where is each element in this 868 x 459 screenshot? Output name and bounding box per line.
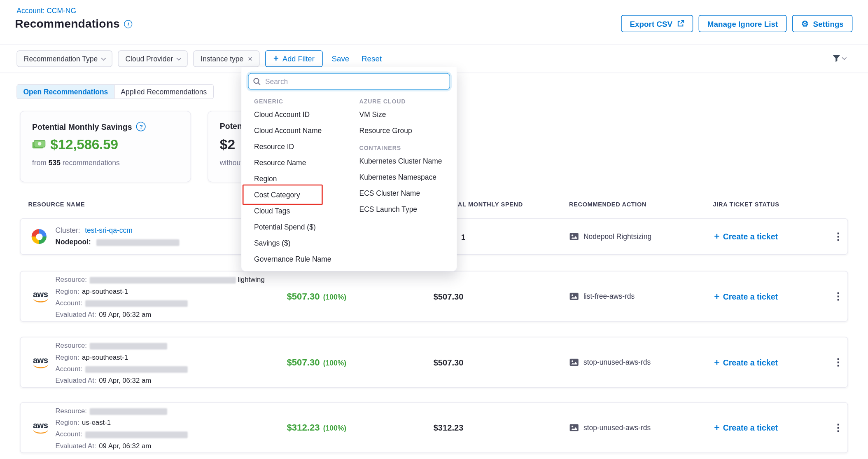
- redacted-value: [85, 431, 188, 438]
- row-menu-icon[interactable]: ⋮: [833, 423, 843, 433]
- recommended-action-label: Nodepool Rightsizing: [583, 232, 651, 241]
- gcp-provider-icon: [32, 229, 47, 244]
- account-label: Account:: [55, 299, 82, 307]
- column-header-recommended-action: RECOMMENDED ACTION: [569, 201, 646, 208]
- table-row[interactable]: aws Resource: Region:us-east-1 Account: …: [20, 402, 848, 453]
- export-csv-label: Export CSV: [630, 19, 673, 28]
- add-filter-label: Add Filter: [282, 54, 315, 63]
- nodepool-label: Nodepool:: [55, 238, 91, 246]
- filter-option-kubernetes-namespace[interactable]: Kubernetes Namespace: [355, 169, 448, 185]
- account-breadcrumb[interactable]: Account: CCM-NG: [16, 7, 76, 15]
- header-actions: Export CSV Manage Ignore List ⚙ Settings: [621, 15, 852, 32]
- row-menu-icon[interactable]: ⋮: [833, 291, 843, 301]
- recommended-action-label: stop-unused-aws-rds: [583, 424, 651, 432]
- filter-option-governance-rule-name[interactable]: Governance Rule Name: [250, 251, 355, 267]
- spend-card-title-fragment: Poten: [220, 122, 242, 131]
- search-icon: [253, 77, 261, 87]
- filter-option-cloud-account-name[interactable]: Cloud Account Name: [250, 122, 355, 138]
- redacted-value: [85, 300, 188, 307]
- filter-option-region[interactable]: Region: [250, 171, 355, 187]
- chevron-down-icon: [177, 56, 181, 60]
- close-icon[interactable]: ×: [248, 55, 252, 63]
- plus-icon: +: [714, 292, 719, 301]
- settings-button[interactable]: ⚙ Settings: [792, 15, 852, 32]
- help-icon[interactable]: ?: [136, 122, 146, 131]
- external-link-icon: [677, 20, 684, 27]
- region-value: ap-southeast-1: [82, 288, 128, 295]
- create-ticket-button[interactable]: + Create a ticket: [714, 292, 778, 301]
- recommendation-icon: [569, 293, 579, 300]
- potential-monthly-savings-card: Potential Monthly Savings ? $12,586.59 f…: [20, 111, 191, 182]
- table-row[interactable]: aws Resource: lightwing Region:ap-southe…: [20, 271, 848, 322]
- filter-search-input[interactable]: [248, 73, 450, 89]
- filter-option-resource-name[interactable]: Resource Name: [250, 155, 355, 171]
- create-ticket-button[interactable]: + Create a ticket: [714, 358, 778, 367]
- resource-label: Resource:: [55, 407, 87, 415]
- chip-label: Cloud Provider: [125, 54, 173, 63]
- funnel-icon: [832, 54, 841, 63]
- header-divider: [0, 44, 868, 45]
- evaluated-label: Evaluated At:: [55, 377, 96, 384]
- info-icon[interactable]: i: [124, 20, 133, 28]
- account-label: Account:: [55, 431, 82, 438]
- row-menu-icon[interactable]: ⋮: [833, 357, 843, 367]
- filter-option-cloud-tags[interactable]: Cloud Tags: [250, 203, 355, 219]
- cluster-name-link[interactable]: test-sri-qa-ccm: [85, 226, 133, 234]
- tab-open-recommendations[interactable]: Open Recommendations: [17, 85, 114, 99]
- evaluated-value: 09 Apr, 06:32 am: [99, 377, 151, 384]
- region-label: Region:: [55, 419, 79, 426]
- filter-option-kubernetes-cluster-name[interactable]: Kubernetes Cluster Name: [355, 153, 448, 169]
- resource-label: Resource:: [55, 342, 87, 349]
- filter-chip-recommendation-type[interactable]: Recommendation Type: [16, 50, 112, 67]
- filter-option-cost-category[interactable]: Cost Category: [250, 187, 355, 203]
- app-window: Account: CCM-NG Recommendations i Export…: [0, 0, 868, 459]
- filter-option-resource-id[interactable]: Resource ID: [250, 138, 355, 155]
- filter-bar: Recommendation Type Cloud Provider Insta…: [16, 50, 385, 67]
- filter-option-savings[interactable]: Savings ($): [250, 235, 355, 251]
- filter-option-potential-spend[interactable]: Potential Spend ($): [250, 219, 355, 235]
- monthly-spend-value: $507.30: [434, 292, 464, 301]
- table-row[interactable]: aws Resource: Region:ap-southeast-1 Acco…: [20, 337, 848, 388]
- aws-logo-text: aws: [30, 290, 50, 297]
- filter-option-cloud-account-id[interactable]: Cloud Account ID: [250, 106, 355, 122]
- monthly-spend-fragment: 1: [461, 233, 465, 242]
- evaluated-value: 09 Apr, 06:32 am: [99, 311, 151, 318]
- spend-subtext-fragment: without: [220, 158, 243, 166]
- filter-chip-instance-type[interactable]: Instance type ×: [194, 50, 260, 67]
- redacted-value: [96, 239, 180, 246]
- add-filter-button[interactable]: + Add Filter: [265, 50, 323, 67]
- group-title-generic: GENERIC: [254, 96, 355, 106]
- plus-icon: +: [714, 232, 719, 241]
- column-header-monthly-spend: AL MONTHLY SPEND: [458, 201, 523, 208]
- create-ticket-label: Create a ticket: [723, 423, 778, 432]
- manage-ignore-list-button[interactable]: Manage Ignore List: [698, 15, 787, 32]
- tab-applied-recommendations[interactable]: Applied Recommendations: [114, 85, 213, 99]
- filter-option-vm-size[interactable]: VM Size: [355, 106, 448, 122]
- filter-option-ecs-launch-type[interactable]: ECS Launch Type: [355, 201, 448, 217]
- create-ticket-label: Create a ticket: [723, 292, 778, 301]
- aws-logo-text: aws: [30, 422, 50, 429]
- filter-option-resource-group[interactable]: Resource Group: [355, 122, 448, 138]
- export-csv-button[interactable]: Export CSV: [621, 15, 693, 32]
- recommendation-icon: [569, 424, 579, 431]
- create-ticket-button[interactable]: + Create a ticket: [714, 423, 778, 432]
- recommended-action-label: stop-unused-aws-rds: [583, 358, 651, 366]
- region-value: us-east-1: [82, 419, 111, 426]
- chip-label: Instance type: [201, 54, 243, 63]
- save-filter-button[interactable]: Save: [328, 54, 352, 63]
- cluster-label: Cluster:: [55, 226, 80, 234]
- evaluated-value: 09 Apr, 06:32 am: [99, 442, 151, 450]
- filter-option-ecs-cluster-name[interactable]: ECS Cluster Name: [355, 185, 448, 201]
- savings-value: $507.30: [287, 357, 320, 367]
- create-ticket-button[interactable]: + Create a ticket: [714, 232, 778, 241]
- savings-percent: (100%): [323, 424, 346, 432]
- reset-filter-button[interactable]: Reset: [358, 54, 385, 63]
- filter-panel-toggle[interactable]: [832, 54, 846, 63]
- aws-provider-icon: aws: [30, 290, 50, 302]
- evaluated-label: Evaluated At:: [55, 442, 96, 450]
- column-header-resource-name: RESOURCE NAME: [28, 201, 85, 208]
- row-menu-icon[interactable]: ⋮: [833, 232, 843, 241]
- savings-sub-from: from: [32, 158, 47, 166]
- plus-icon: +: [273, 54, 279, 63]
- filter-chip-cloud-provider[interactable]: Cloud Provider: [118, 50, 188, 67]
